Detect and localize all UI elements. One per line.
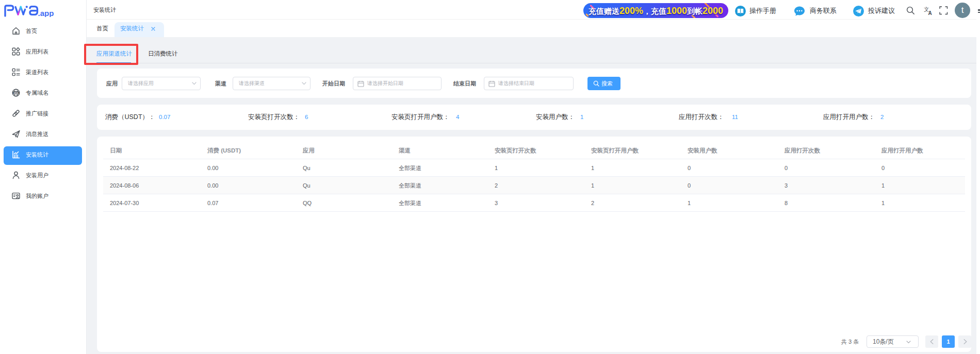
svg-text:A: A [928,10,932,15]
svg-text:DNS: DNS [14,92,19,94]
svg-text:.app: .app [38,9,54,18]
